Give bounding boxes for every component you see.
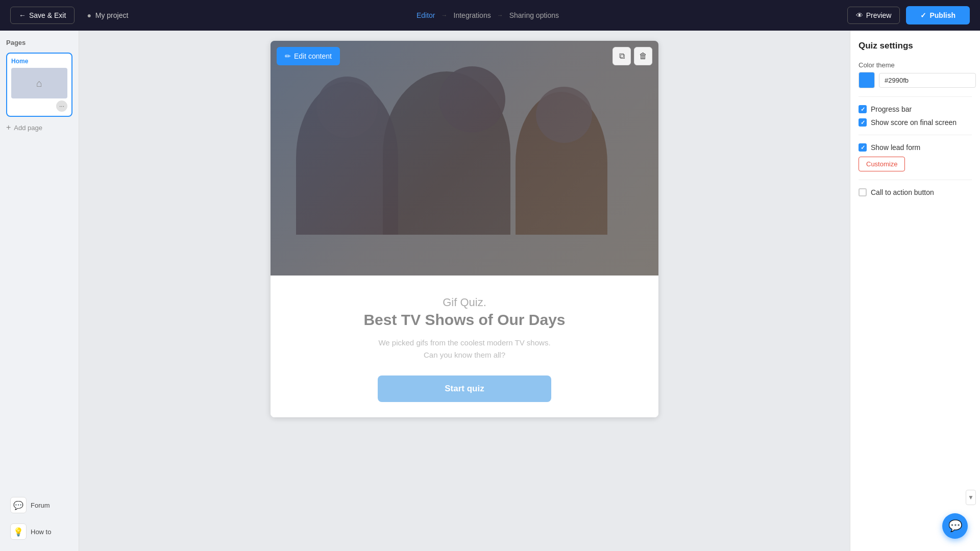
checkmark-icon-3: ✓ [861,144,865,151]
canvas-wrapper: ✏ Edit content ⧉ 🗑 Gif Quiz. [271,41,658,417]
cta-label: Call to action button [871,188,934,196]
panel-title: Quiz settings [859,41,972,51]
scroll-down-arrow[interactable]: ▼ [966,490,976,505]
back-arrow-icon: ← [19,11,26,19]
project-name: ● My project [87,11,128,19]
start-quiz-button[interactable]: Start quiz [378,375,551,402]
top-navigation: ← Save & Exit ● My project Editor → Inte… [0,0,980,31]
home-icon: ⌂ [36,78,42,89]
save-exit-label: Save & Exit [29,11,66,19]
divider-2 [859,135,972,135]
copy-button[interactable]: ⧉ [612,47,631,65]
progress-bar-row: ✓ Progress bar [859,105,972,113]
hero-overlay [271,41,658,276]
show-score-row: ✓ Show score on final screen [859,118,972,127]
show-lead-label: Show lead form [871,143,920,152]
quiz-content: Gif Quiz. Best TV Shows of Our Days We p… [271,276,658,417]
sidebar-bottom-tools: 💬 Forum 💡 How to [6,494,72,543]
save-exit-button[interactable]: ← Save & Exit [10,7,75,24]
quiz-title-small: Gif Quiz. [291,296,638,309]
color-swatch[interactable] [859,72,875,88]
forum-icon: 💬 [10,497,27,513]
checkmark-icon-2: ✓ [861,119,865,126]
progress-bar-checkbox[interactable]: ✓ [859,105,867,113]
quiz-title-big: Best TV Shows of Our Days [291,311,638,329]
howto-label: How to [31,528,51,536]
cta-checkbox[interactable] [859,188,867,196]
home-page-label: Home [11,58,67,65]
nav-left: ← Save & Exit ● My project [10,7,128,24]
quiz-hero-image [271,41,658,276]
chat-icon: 💬 [948,519,962,533]
sidebar-tool-forum[interactable]: 💬 Forum [6,494,72,516]
customize-button[interactable]: Customize [859,157,905,171]
nav-arrow-1: → [442,12,448,19]
color-row [859,72,972,88]
right-panel: Quiz settings Color theme ✓ Progress bar… [850,31,980,551]
check-icon: ✓ [920,11,926,19]
howto-icon: 💡 [10,523,27,540]
home-page-thumb[interactable]: Home ⌂ ··· [6,53,72,117]
eye-icon: 👁 [856,11,863,19]
canvas-actions: ⧉ 🗑 [612,47,652,65]
plus-icon: + [6,123,11,132]
delete-button[interactable]: 🗑 [634,47,652,65]
edit-content-button[interactable]: ✏ Edit content [277,47,340,65]
sidebar: Pages Home ⌂ ··· + Add page 💬 Forum [0,31,79,551]
show-score-checkbox[interactable]: ✓ [859,118,867,127]
sidebar-tool-howto[interactable]: 💡 How to [6,520,72,543]
sidebar-top: Pages Home ⌂ ··· + Add page [6,39,72,134]
show-score-label: Show score on final screen [871,118,957,127]
cta-row: Call to action button [859,188,972,196]
nav-step-editor[interactable]: Editor [416,11,435,19]
add-page-label: Add page [14,124,42,132]
quiz-card: Gif Quiz. Best TV Shows of Our Days We p… [271,41,658,417]
nav-step-sharing[interactable]: Sharing options [509,11,559,19]
nav-step-integrations[interactable]: Integrations [454,11,491,19]
show-lead-row: ✓ Show lead form [859,143,972,152]
publish-label: Publish [929,11,955,19]
preview-button[interactable]: 👁 Preview [847,7,900,24]
pencil-icon: ✏ [285,52,291,60]
preview-label: Preview [866,11,892,19]
page-thumb-dots: ··· [11,101,67,112]
nav-arrow-2: → [497,12,503,19]
quiz-description: We picked gifs from the coolest modern T… [291,337,638,361]
nav-steps: Editor → Integrations → Sharing options [416,11,559,19]
canvas-area: ✏ Edit content ⧉ 🗑 Gif Quiz. [79,31,850,551]
home-page-preview: ⌂ [11,68,67,98]
quiz-desc-line2: Can you know them all? [424,350,505,359]
nav-right: 👁 Preview ✓ Publish [847,6,970,24]
divider-3 [859,180,972,180]
add-page-button[interactable]: + Add page [6,121,72,134]
main-layout: Pages Home ⌂ ··· + Add page 💬 Forum [0,31,980,551]
publish-button[interactable]: ✓ Publish [906,6,970,24]
show-lead-checkbox[interactable]: ✓ [859,143,867,152]
checkmark-icon: ✓ [861,106,865,113]
forum-label: Forum [31,502,50,509]
pages-title: Pages [6,39,72,46]
chat-bubble-button[interactable]: 💬 [942,513,968,539]
color-theme-label: Color theme [859,61,972,69]
divider-1 [859,96,972,97]
edit-content-label: Edit content [294,52,332,60]
color-hex-input[interactable] [879,73,976,88]
progress-bar-label: Progress bar [871,105,912,113]
quiz-desc-line1: We picked gifs from the coolest modern T… [378,338,550,347]
color-theme-setting: Color theme [859,61,972,88]
page-options-button[interactable]: ··· [56,101,67,112]
